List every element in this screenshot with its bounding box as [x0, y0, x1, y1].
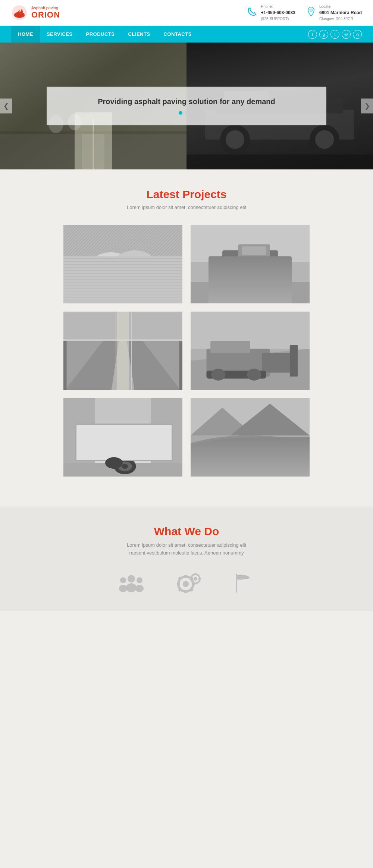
svg-rect-68 — [191, 459, 310, 477]
svg-point-30 — [260, 278, 288, 298]
nav-products[interactable]: PRODUCTS — [79, 26, 122, 43]
svg-rect-3 — [0, 131, 186, 169]
svg-rect-33 — [242, 246, 266, 255]
svg-point-67 — [191, 435, 310, 477]
phone-contact: Phone: +1-959-603-0033 (925-SUPPORT) — [247, 4, 295, 22]
svg-point-69 — [128, 575, 135, 583]
svg-rect-57 — [105, 435, 111, 463]
header: Asphalt paving ORION Phone: +1-959-603-0… — [0, 0, 373, 26]
logo-icon — [11, 4, 28, 21]
social-facebook[interactable]: f — [308, 30, 317, 39]
svg-rect-91 — [236, 574, 237, 593]
phone-support: (925-SUPPORT) — [261, 16, 295, 22]
social-linkedin[interactable]: in — [353, 30, 362, 39]
whatwedo-subtitle: Lorem ipsum dolor sit amet, consectetuer… — [11, 541, 362, 557]
logo-title: ORION — [31, 10, 60, 20]
svg-rect-25 — [191, 282, 310, 303]
whatwedo-services — [175, 572, 201, 596]
svg-rect-4 — [82, 131, 104, 169]
gear-icon — [175, 572, 201, 596]
svg-rect-39 — [179, 341, 182, 390]
svg-point-2 — [14, 14, 25, 18]
svg-rect-35 — [63, 312, 182, 341]
svg-point-20 — [87, 252, 135, 288]
social-instagram[interactable]: ◎ — [342, 30, 351, 39]
phone-label: Phone: — [261, 4, 295, 9]
hero-prev-button[interactable]: ❮ — [0, 99, 12, 113]
svg-point-29 — [223, 280, 245, 296]
svg-point-73 — [137, 577, 142, 583]
svg-rect-59 — [129, 435, 135, 463]
svg-rect-90 — [198, 578, 200, 580]
svg-rect-79 — [177, 583, 180, 586]
svg-rect-77 — [184, 575, 187, 578]
svg-point-76 — [183, 581, 189, 587]
svg-rect-38 — [63, 341, 67, 390]
whatwedo-section: What We Do Lorem ipsum dolor sit amet, c… — [0, 506, 373, 611]
svg-rect-45 — [210, 341, 250, 353]
svg-point-86 — [194, 577, 197, 581]
nav-links: HOME SERVICES PRODUCTS CLIENTS CONTACTS — [11, 26, 198, 43]
svg-point-31 — [264, 281, 283, 295]
projects-section: Latest Projects Lorem ipsum dolor sit am… — [0, 169, 373, 491]
flag-icon — [231, 572, 256, 594]
location-label: Locate: — [319, 4, 362, 9]
svg-point-13 — [315, 130, 334, 149]
svg-point-21 — [113, 250, 157, 282]
nav-clients[interactable]: CLIENTS — [121, 26, 157, 43]
svg-rect-87 — [194, 573, 197, 575]
svg-point-62 — [122, 464, 128, 469]
hero-dot-1[interactable] — [179, 111, 182, 115]
projects-grid — [63, 225, 310, 477]
whatwedo-projects — [231, 572, 256, 596]
svg-point-70 — [126, 583, 137, 592]
hero-dot-2[interactable] — [185, 111, 188, 115]
phone-number: +1-959-603-0033 — [261, 9, 295, 16]
svg-rect-47 — [290, 345, 298, 377]
social-twitter[interactable]: t — [330, 30, 339, 39]
navigation: HOME SERVICES PRODUCTS CLIENTS CONTACTS … — [0, 26, 373, 43]
project-card-4[interactable] — [191, 312, 310, 390]
svg-rect-22 — [99, 274, 151, 294]
svg-rect-46 — [262, 353, 294, 372]
header-contact: Phone: +1-959-603-0033 (925-SUPPORT) Loc… — [247, 4, 362, 22]
hero-next-button[interactable]: ❯ — [361, 99, 373, 113]
whatwedo-team — [118, 572, 145, 596]
svg-point-49 — [211, 369, 225, 381]
svg-rect-55 — [95, 435, 151, 463]
svg-rect-78 — [184, 590, 187, 593]
logo-text: Asphalt paving ORION — [31, 6, 60, 20]
location-contact: Locate: 6901 Marmora Road Glasgow, D04 8… — [307, 4, 362, 22]
social-google[interactable]: g — [319, 30, 328, 39]
svg-rect-56 — [99, 431, 147, 437]
hero-dots — [58, 111, 315, 115]
team-icon — [118, 572, 145, 594]
project-card-6[interactable] — [191, 398, 310, 477]
svg-rect-58 — [117, 435, 123, 463]
svg-point-74 — [135, 585, 144, 592]
phone-icon — [247, 6, 257, 19]
whatwedo-title: What We Do — [11, 525, 362, 538]
project-card-1[interactable] — [63, 225, 182, 303]
hero-banner: Providing asphalt paving solution for an… — [0, 43, 373, 169]
svg-point-50 — [247, 369, 261, 381]
svg-rect-89 — [191, 578, 192, 580]
whatwedo-icons — [11, 572, 362, 596]
svg-point-12 — [226, 130, 244, 149]
svg-point-72 — [119, 585, 127, 592]
logo: Asphalt paving ORION — [11, 4, 60, 21]
location-icon — [307, 6, 316, 19]
nav-contacts[interactable]: CONTACTS — [157, 26, 198, 43]
project-card-3[interactable] — [63, 312, 182, 390]
location-address: 6901 Marmora Road — [319, 9, 362, 16]
nav-home[interactable]: HOME — [11, 26, 40, 43]
project-card-2[interactable] — [191, 225, 310, 303]
hero-dot-3[interactable] — [191, 111, 194, 115]
svg-rect-17 — [63, 225, 182, 303]
projects-subtitle: Lorem ipsum dolor sit amet, consectetuer… — [11, 204, 362, 210]
svg-rect-15 — [186, 154, 373, 169]
svg-rect-5 — [0, 131, 186, 134]
nav-services[interactable]: SERVICES — [40, 26, 79, 43]
project-card-5[interactable] — [63, 398, 182, 477]
svg-point-28 — [218, 276, 250, 300]
